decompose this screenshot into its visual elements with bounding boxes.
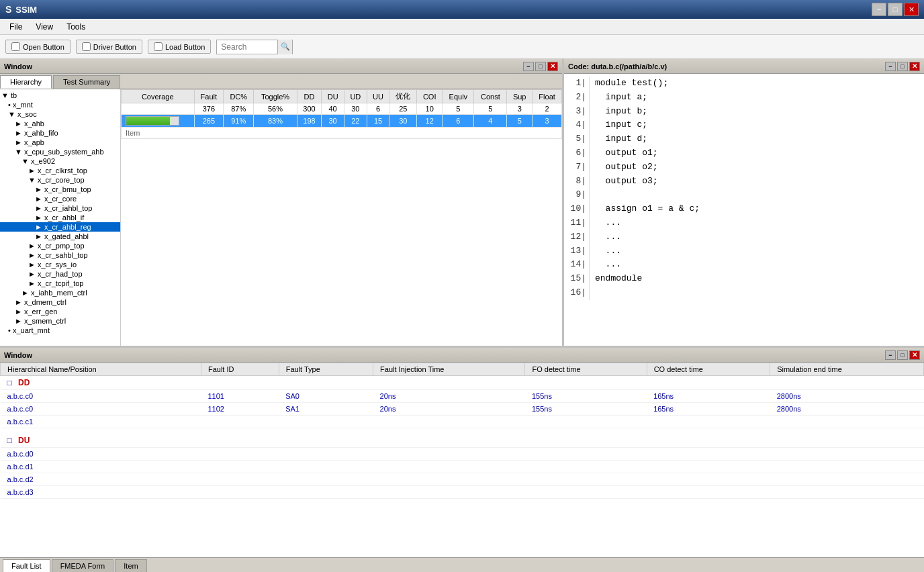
tree-item-x_cr_clkrst[interactable]: ► x_cr_clkrst_top — [0, 166, 120, 175]
fault-sim: 2800ns — [770, 403, 924, 416]
tree-item-x_ahb_fifo[interactable]: ► x_ahb_fifo — [0, 128, 120, 138]
tab-item[interactable]: Item — [115, 559, 146, 572]
du-collapse-icon[interactable]: □ — [7, 436, 12, 445]
tree-item-tb[interactable]: ▼ tb — [0, 91, 120, 100]
code-panel-controls: − □ ✕ — [885, 62, 920, 71]
fault-table: Hierarchical Name/Position Fault ID Faul… — [0, 363, 924, 499]
fault-name: a.b.c.c0 — [1, 403, 201, 416]
toolbar: Open Button Driver Button Load Button 🔍 — [0, 35, 924, 59]
code-close-btn[interactable]: ✕ — [909, 62, 920, 71]
tree-item-x_cr_sahbl[interactable]: ► x_cr_sahbl_top — [0, 250, 120, 260]
menu-tools[interactable]: Tools — [60, 21, 92, 33]
tree-item-x_cpu_sub[interactable]: ▼ x_cpu_sub_system_ahb — [0, 147, 120, 156]
tree-item-x_smem[interactable]: ► x_smem_ctrl — [0, 316, 120, 326]
tab-fmeda-form[interactable]: FMEDA Form — [52, 559, 114, 572]
fault-fo — [525, 416, 647, 428]
table-row-1: 376 87% 56% 300 40 30 6 25 10 5 5 — [122, 103, 562, 115]
minimize-button[interactable]: − — [872, 3, 886, 16]
tree-item-x_cr_ahbl_if[interactable]: ► x_cr_ahbl_if — [0, 213, 120, 222]
col-coverage: Coverage — [122, 90, 195, 103]
bottom-tab-bar: Fault List FMEDA Form Item — [0, 557, 924, 572]
row1-dc: 87% — [224, 103, 254, 115]
fault-id: 1101 — [201, 390, 279, 403]
row1-float: 2 — [533, 103, 562, 115]
tree-item-x_cr_sys_io[interactable]: ► x_cr_sys_io — [0, 260, 120, 269]
fault-col-inject: Fault Injection Time — [373, 363, 525, 376]
menu-file[interactable]: File — [3, 21, 29, 33]
group-dd-header: □ DD — [1, 376, 924, 390]
bottom-pane: Window − □ ✕ Hierarchical Name/Position … — [0, 348, 924, 572]
table-row-2: 265 91% 83% 198 30 22 15 30 12 6 4 — [122, 115, 562, 128]
tree-item-x_cr_tcpif[interactable]: ► x_cr_tcpif_top — [0, 279, 120, 288]
fault-list-content: Hierarchical Name/Position Fault ID Faul… — [0, 363, 924, 557]
open-checkbox[interactable] — [11, 42, 20, 51]
code-maximize-btn[interactable]: □ — [897, 62, 908, 71]
fault-row-du-3[interactable]: a.b.c.d2 — [1, 473, 924, 485]
bottom-minimize-btn[interactable]: − — [885, 350, 896, 360]
col-dc: DC% — [224, 90, 254, 103]
left-minimize-btn[interactable]: − — [523, 62, 534, 71]
search-icon-button[interactable]: 🔍 — [277, 40, 292, 54]
fault-row-dd-3[interactable]: a.b.c.c1 — [1, 416, 924, 428]
tree-item-x_cr_iahbl[interactable]: ► x_cr_iahbl_top — [0, 203, 120, 213]
code-panel-titlebar: Code: duta.b.c(/path/a/b/c.v) − □ ✕ — [564, 59, 924, 74]
bottom-maximize-btn[interactable]: □ — [897, 350, 908, 360]
progress-bar-container — [126, 116, 179, 126]
row2-ud: 22 — [344, 115, 367, 128]
fault-row-du-1[interactable]: a.b.c.d0 — [1, 447, 924, 460]
tree-item-x_e902[interactable]: ▼ x_e902 — [0, 156, 120, 166]
tree-item-x_cr_pmp[interactable]: ► x_cr_pmp_top — [0, 241, 120, 250]
load-button[interactable]: Load Button — [148, 40, 211, 54]
fault-sim: 2800ns — [770, 390, 924, 403]
fault-type: SA1 — [279, 403, 373, 416]
left-maximize-btn[interactable]: □ — [535, 62, 546, 71]
table-row-3: Item — [122, 128, 562, 139]
fault-row-du-4[interactable]: a.b.c.d3 — [1, 485, 924, 498]
menu-view[interactable]: View — [29, 21, 60, 33]
code-line-5: 5| input d; — [569, 132, 919, 146]
maximize-button[interactable]: □ — [888, 3, 903, 16]
dd-collapse-icon[interactable]: □ — [7, 378, 12, 387]
tab-fault-list[interactable]: Fault List — [3, 559, 50, 572]
tree-item-x_cr_bmu[interactable]: ► x_cr_bmu_top — [0, 185, 120, 194]
code-line-7: 7| output o2; — [569, 160, 919, 175]
coverage-panel: Coverage Fault DC% Toggle% DD DU UD UU 优… — [121, 89, 562, 346]
load-checkbox[interactable] — [154, 42, 163, 51]
tree-item-x_soc[interactable]: ▼ x_soc — [0, 109, 120, 119]
tree-item-x_apb[interactable]: ► x_apb — [0, 138, 120, 147]
tree-item-x_mnt[interactable]: • x_mnt — [0, 100, 120, 109]
tree-item-x_ahb[interactable]: ► x_ahb — [0, 119, 120, 128]
tab-hierarchy[interactable]: Hierarchy — [0, 75, 52, 89]
close-button[interactable]: ✕ — [904, 3, 919, 16]
open-button[interactable]: Open Button — [5, 40, 71, 54]
tab-test-summary[interactable]: Test Summary — [53, 75, 120, 89]
tree-item-x_uart_mnt[interactable]: • x_uart_mnt — [0, 326, 120, 335]
search-icon: 🔍 — [281, 42, 290, 51]
tree-item-x_cr_core_top[interactable]: ▼ x_cr_core_top — [0, 175, 120, 185]
driver-button[interactable]: Driver Button — [76, 40, 142, 54]
fault-col-co: CO detect time — [647, 363, 770, 376]
search-input[interactable] — [217, 41, 277, 53]
col-coi: COI — [417, 90, 443, 103]
driver-checkbox[interactable] — [82, 42, 91, 51]
tree-item-x_iahb_mem[interactable]: ► x_iahb_mem_ctrl — [0, 288, 120, 297]
fault-row-dd-2[interactable]: a.b.c.c0 1102 SA1 20ns 155ns 165ns 2800n… — [1, 403, 924, 416]
top-pane: Window − □ ✕ Hierarchy Test Summary ▼ tb… — [0, 59, 924, 348]
bottom-close-btn[interactable]: ✕ — [909, 350, 920, 360]
row1-dd: 300 — [297, 103, 322, 115]
tree-item-x_cr_had[interactable]: ► x_cr_had_top — [0, 269, 120, 279]
col-const: Const — [474, 90, 507, 103]
tree-item-x_dmem[interactable]: ► x_dmem_ctrl — [0, 297, 120, 307]
tree-item-x_cr_ahbl_reg[interactable]: ► x_cr_ahbl_reg — [0, 222, 120, 232]
code-line-1: 1|module test(); — [569, 77, 919, 91]
fault-row-dd-1[interactable]: a.b.c.c0 1101 SA0 20ns 155ns 165ns 2800n… — [1, 390, 924, 403]
search-box: 🔍 — [216, 40, 293, 54]
fault-name: a.b.c.c0 — [1, 390, 201, 403]
left-close-btn[interactable]: ✕ — [547, 62, 558, 71]
tree-item-x_err_gen[interactable]: ► x_err_gen — [0, 307, 120, 316]
tree-item-x_gated_ahbl[interactable]: ► x_gated_ahbl — [0, 232, 120, 241]
fault-col-name: Hierarchical Name/Position — [1, 363, 201, 376]
tree-item-x_cr_core[interactable]: ► x_cr_core — [0, 194, 120, 203]
code-minimize-btn[interactable]: − — [885, 62, 896, 71]
fault-row-du-2[interactable]: a.b.c.d1 — [1, 460, 924, 473]
